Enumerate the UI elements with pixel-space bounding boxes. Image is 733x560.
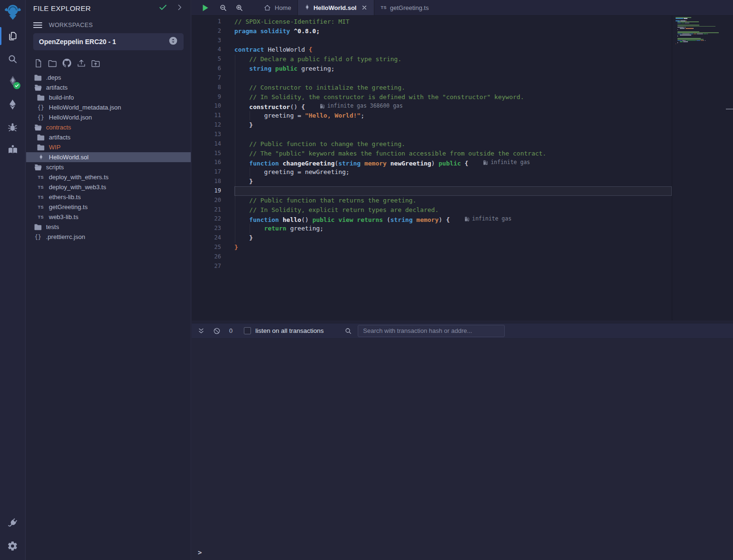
activity-bar — [0, 0, 26, 560]
debugger-icon[interactable] — [0, 116, 25, 138]
collapse-terminal-icon[interactable] — [197, 327, 205, 335]
remix-logo-icon[interactable] — [0, 0, 25, 25]
line-number[interactable]: 25 — [192, 243, 234, 252]
line-number[interactable]: 16 — [192, 158, 234, 167]
new-file-icon[interactable] — [33, 58, 43, 68]
tab-getgreeting-ts[interactable]: TSgetGreeting.ts — [374, 0, 435, 15]
upload-folder-icon[interactable] — [91, 58, 101, 68]
tree-item-label: web3-lib.ts — [49, 213, 78, 220]
tree-item-tests[interactable]: tests — [26, 222, 191, 232]
line-number[interactable]: 17 — [192, 167, 234, 177]
minimap[interactable] — [676, 17, 728, 321]
terminal-output[interactable]: > — [192, 339, 733, 560]
tree-item-getgreeting-ts[interactable]: TSgetGreeting.ts — [26, 202, 191, 212]
tab-helloworld-sol[interactable]: HelloWorld.sol — [297, 0, 375, 15]
check-icon[interactable] — [158, 3, 167, 14]
line-number[interactable]: 24 — [192, 233, 234, 243]
code-token: memory — [364, 160, 390, 167]
terminal-search-input[interactable] — [358, 325, 505, 337]
line-number[interactable]: 11 — [192, 111, 234, 120]
code-line-27 — [234, 262, 672, 271]
line-number[interactable]: 9 — [192, 92, 234, 102]
line-number[interactable]: 26 — [192, 252, 234, 262]
line-number[interactable]: 14 — [192, 139, 234, 149]
line-number[interactable]: 6 — [192, 64, 234, 73]
tree-item-build-info[interactable]: build-info — [26, 92, 191, 102]
tree-item-wip[interactable]: WIP — [26, 142, 191, 152]
terminal-toolbar: 0 listen on all transactions — [192, 323, 733, 338]
tab-home[interactable]: Home — [257, 0, 297, 15]
terminal-prompt[interactable]: > — [198, 549, 202, 556]
transaction-count: 0 — [229, 327, 232, 334]
plugin-manager-icon[interactable] — [0, 512, 25, 534]
learn-icon[interactable] — [0, 138, 25, 161]
close-tab-icon[interactable] — [361, 4, 368, 11]
line-number[interactable]: 27 — [192, 262, 234, 271]
code-token: hello — [283, 216, 301, 223]
tree-item-web3-lib-ts[interactable]: TSweb3-lib.ts — [26, 212, 191, 222]
search-icon[interactable] — [0, 47, 25, 70]
line-number[interactable]: 22 — [192, 214, 234, 224]
line-number[interactable]: 5 — [192, 55, 234, 64]
ts-icon: TS — [37, 185, 45, 190]
tree-item-contracts[interactable]: contracts — [26, 122, 191, 132]
zoom-in-button[interactable] — [235, 4, 243, 12]
line-number[interactable]: 12 — [192, 120, 234, 130]
deploy-run-icon[interactable] — [0, 93, 25, 116]
run-script-button[interactable] — [202, 4, 209, 12]
tree-item-helloworld-metadata-json[interactable]: {}HelloWorld_metadata.json — [26, 102, 191, 112]
line-number[interactable]: 13 — [192, 130, 234, 139]
line-number[interactable]: 3 — [192, 36, 234, 46]
code-line-2: pragma solidity ^0.8.0; — [234, 27, 672, 36]
indent-guide — [235, 101, 235, 111]
line-number[interactable]: 15 — [192, 149, 234, 158]
line-number[interactable]: 23 — [192, 224, 234, 233]
code-token: pragma solidity — [234, 28, 294, 35]
minimap-divider — [672, 16, 672, 321]
solidity-compiler-icon[interactable] — [0, 70, 25, 93]
code-token: } — [249, 178, 253, 185]
tree-item-label: deploy_with_web3.ts — [49, 184, 106, 191]
settings-icon[interactable] — [0, 534, 25, 557]
line-number[interactable]: 21 — [192, 205, 234, 215]
tree-item--deps[interactable]: .deps — [26, 73, 191, 83]
folder-open-icon — [34, 84, 42, 91]
folder-icon — [37, 134, 45, 141]
tree-item-artifacts[interactable]: artifacts — [26, 132, 191, 142]
tree-item-helloworld-sol[interactable]: HelloWorld.sol — [26, 152, 191, 162]
new-folder-icon[interactable] — [47, 58, 57, 68]
clear-console-icon[interactable] — [213, 327, 221, 335]
tree-item-helloworld-json[interactable]: {}HelloWorld.json — [26, 112, 191, 122]
minimap-token — [704, 34, 706, 35]
workspace-select[interactable]: OpenZeppelin ERC20 - 1 — [33, 33, 184, 50]
line-number[interactable]: 1 — [192, 17, 234, 27]
line-number[interactable]: 4 — [192, 45, 234, 55]
tree-item-deploy-with-web3-ts[interactable]: TSdeploy_with_web3.ts — [26, 182, 191, 192]
line-number[interactable]: 18 — [192, 177, 234, 186]
code-editor[interactable]: 1234567891011121314151617181920212223242… — [192, 16, 733, 321]
listen-transactions-checkbox[interactable] — [244, 327, 251, 334]
tree-item-ethers-lib-ts[interactable]: TSethers-lib.ts — [26, 192, 191, 202]
clone-github-icon[interactable] — [62, 58, 72, 68]
line-number[interactable]: 7 — [192, 73, 234, 83]
upload-file-icon[interactable] — [76, 58, 86, 68]
tree-item-scripts[interactable]: scripts — [26, 162, 191, 172]
zoom-out-button[interactable] — [219, 4, 227, 12]
tree-item-artifacts[interactable]: artifacts — [26, 83, 191, 92]
file-explorer-icon[interactable] — [0, 25, 25, 47]
line-number[interactable]: 2 — [192, 27, 234, 36]
minimap-token — [686, 28, 693, 29]
line-number[interactable]: 20 — [192, 196, 234, 205]
code-line-3 — [234, 36, 672, 46]
chevron-right-icon[interactable] — [176, 3, 184, 13]
editor-code[interactable]: // SPDX-License-Identifier: MITpragma so… — [234, 17, 672, 271]
code-token: contract — [234, 46, 268, 53]
code-token — [234, 121, 249, 129]
line-number[interactable]: 19 — [192, 186, 234, 196]
code-line-8: // Constructor to initialize the greetin… — [234, 83, 672, 92]
line-number[interactable]: 10 — [192, 101, 234, 111]
line-number[interactable]: 8 — [192, 83, 234, 92]
workspaces-menu-icon[interactable] — [33, 22, 42, 28]
tree-item--prettierrc-json[interactable]: {}.prettierrc.json — [26, 232, 191, 242]
tree-item-deploy-with-ethers-ts[interactable]: TSdeploy_with_ethers.ts — [26, 172, 191, 182]
